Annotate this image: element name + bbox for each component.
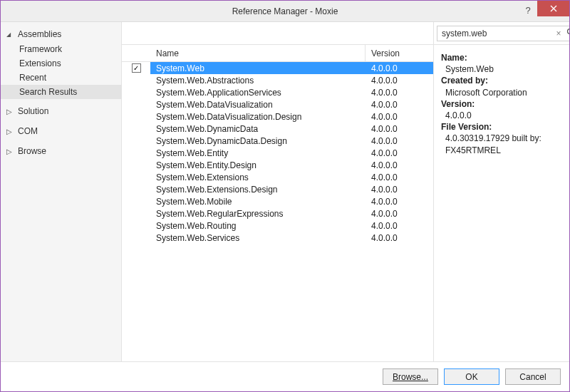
table-row[interactable]: System.Web.Entity.Design4.0.0.0 [122, 159, 433, 171]
row-check-cell[interactable] [122, 147, 150, 159]
svg-point-0 [568, 29, 570, 34]
row-check-cell[interactable] [122, 135, 150, 147]
table-row[interactable]: System.Web.Entity4.0.0.0 [122, 147, 433, 159]
table-row[interactable]: System.Web.Mobile4.0.0.0 [122, 195, 433, 207]
assembly-list[interactable]: ✓System.Web4.0.0.0System.Web.Abstraction… [122, 62, 433, 361]
tree-group[interactable]: ◢Assemblies [1, 26, 121, 42]
row-version: 4.0.0.0 [366, 100, 433, 110]
search-box[interactable]: × [437, 26, 569, 41]
row-version: 4.0.0.0 [366, 185, 433, 195]
tree-group[interactable]: ▷Browse [1, 143, 121, 159]
row-name: System.Web.Extensions [150, 172, 366, 182]
row-name: System.Web.DataVisualization.Design [150, 112, 366, 122]
table-row[interactable]: System.Web.Services4.0.0.0 [122, 232, 433, 244]
table-row[interactable]: System.Web.DynamicData4.0.0.0 [122, 123, 433, 135]
details-body: Name: System.Web Created by: Microsoft C… [434, 45, 569, 163]
column-name[interactable]: Name [150, 45, 366, 61]
title-bar: Reference Manager - Moxie ? [1, 1, 569, 22]
chevron-right-icon: ▷ [6, 128, 15, 135]
row-version: 4.0.0.0 [366, 233, 433, 243]
row-name: System.Web.Abstractions [150, 76, 366, 86]
window-title: Reference Manager - Moxie [1, 6, 569, 16]
table-row[interactable]: System.Web.Abstractions4.0.0.0 [122, 74, 433, 86]
row-version: 4.0.0.0 [366, 160, 433, 170]
row-check-cell[interactable] [122, 74, 150, 86]
row-check-cell[interactable] [122, 123, 150, 135]
dialog-window: Reference Manager - Moxie ? ◢AssembliesF… [0, 0, 570, 392]
list-top-strip [122, 22, 433, 45]
table-row[interactable]: System.Web.RegularExpressions4.0.0.0 [122, 207, 433, 220]
tree-group[interactable]: ▷Solution [1, 103, 121, 119]
row-name: System.Web.Routing [150, 221, 366, 231]
row-version: 4.0.0.0 [366, 136, 433, 146]
row-check-cell[interactable]: ✓ [122, 62, 150, 74]
dialog-body: ◢AssembliesFrameworkExtensionsRecentSear… [1, 22, 569, 361]
list-pane: Name Version ✓System.Web4.0.0.0System.We… [122, 22, 434, 361]
tree-sub-item[interactable]: Extensions [1, 56, 121, 71]
row-name: System.Web.DynamicData [150, 124, 366, 134]
row-check-cell[interactable] [122, 207, 150, 220]
column-headers: Name Version [122, 45, 433, 62]
row-version: 4.0.0.0 [366, 112, 433, 122]
tree-sub-item[interactable]: Framework [1, 42, 121, 56]
tree-group-label: Solution [18, 106, 48, 116]
search-icon[interactable] [564, 28, 569, 38]
row-check-cell[interactable] [122, 98, 150, 110]
tree-group[interactable]: ▷COM [1, 123, 121, 139]
row-name: System.Web.Services [150, 233, 366, 243]
row-check-cell[interactable] [122, 171, 150, 183]
row-version: 4.0.0.0 [366, 88, 433, 98]
row-version: 4.0.0.0 [366, 63, 433, 73]
cancel-button[interactable]: Cancel [505, 368, 561, 385]
browse-button[interactable]: Browse... [383, 368, 438, 385]
tree-group-label: COM [18, 126, 38, 136]
tree-sub-item[interactable]: Recent [1, 71, 121, 85]
table-row[interactable]: ✓System.Web4.0.0.0 [122, 62, 433, 74]
tree-sub-item[interactable]: Search Results [1, 85, 121, 99]
close-icon [550, 5, 557, 12]
row-check-cell[interactable] [122, 110, 150, 123]
row-check-cell[interactable] [122, 232, 150, 244]
search-input[interactable] [437, 29, 553, 38]
sidebar: ◢AssembliesFrameworkExtensionsRecentSear… [1, 22, 122, 361]
help-icon[interactable]: ? [521, 5, 535, 16]
table-row[interactable]: System.Web.Extensions4.0.0.0 [122, 171, 433, 183]
detail-version-label: Version: [441, 98, 562, 110]
search-wrap: × [434, 22, 569, 45]
table-row[interactable]: System.Web.ApplicationServices4.0.0.0 [122, 86, 433, 98]
dialog-footer: Browse... OK Cancel [1, 361, 569, 391]
detail-createdby-value: Microsoft Corporation [441, 87, 562, 98]
ok-button[interactable]: OK [444, 368, 499, 385]
row-check-cell[interactable] [122, 195, 150, 207]
row-name: System.Web.Mobile [150, 197, 366, 207]
clear-search-icon[interactable]: × [553, 29, 564, 38]
row-name: System.Web.Entity [150, 148, 366, 158]
row-check-cell[interactable] [122, 159, 150, 171]
main-pane: Name Version ✓System.Web4.0.0.0System.We… [122, 22, 569, 361]
column-check [122, 45, 150, 61]
row-version: 4.0.0.0 [366, 76, 433, 86]
column-version[interactable]: Version [366, 45, 433, 61]
table-row[interactable]: System.Web.DynamicData.Design4.0.0.0 [122, 135, 433, 147]
row-name: System.Web [150, 63, 366, 73]
row-version: 4.0.0.0 [366, 172, 433, 182]
row-check-cell[interactable] [122, 220, 150, 232]
row-name: System.Web.RegularExpressions [150, 209, 366, 219]
row-name: System.Web.Entity.Design [150, 160, 366, 170]
row-check-cell[interactable] [122, 86, 150, 98]
detail-name-label: Name: [441, 52, 562, 63]
row-version: 4.0.0.0 [366, 221, 433, 231]
row-version: 4.0.0.0 [366, 209, 433, 219]
table-row[interactable]: System.Web.DataVisualization4.0.0.0 [122, 98, 433, 110]
table-row[interactable]: System.Web.Routing4.0.0.0 [122, 220, 433, 232]
row-check-cell[interactable] [122, 183, 150, 195]
details-pane: × Name: System.Web Created by: Microsoft… [434, 22, 569, 361]
table-row[interactable]: System.Web.Extensions.Design4.0.0.0 [122, 183, 433, 195]
detail-createdby-label: Created by: [441, 75, 562, 86]
row-version: 4.0.0.0 [366, 124, 433, 134]
chevron-right-icon: ▷ [6, 148, 15, 155]
close-button[interactable] [537, 1, 569, 16]
table-row[interactable]: System.Web.DataVisualization.Design4.0.0… [122, 110, 433, 123]
checkbox-checked-icon[interactable]: ✓ [132, 63, 141, 73]
chevron-right-icon: ▷ [6, 108, 15, 115]
